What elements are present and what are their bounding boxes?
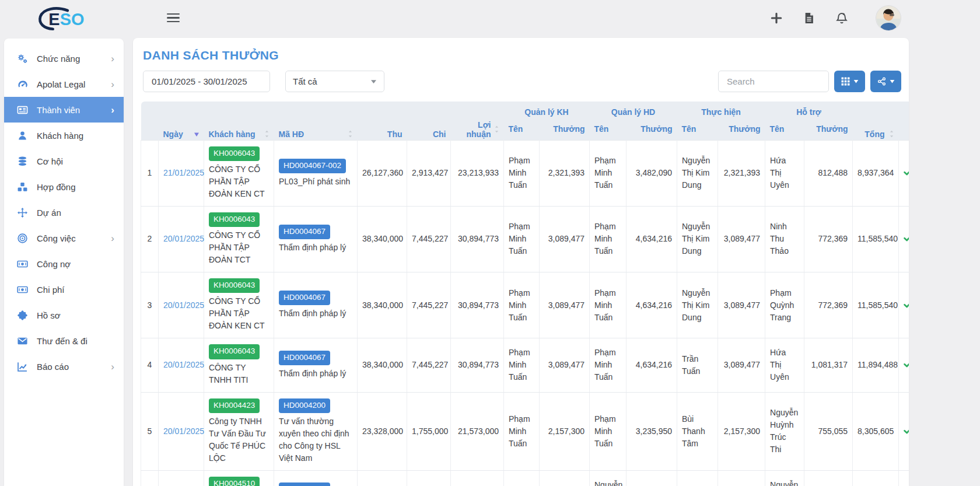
- sidebar-item-hop-dong[interactable]: Hợp đồng: [4, 174, 124, 200]
- header-qlhd-thuong[interactable]: Thưởng: [626, 118, 677, 140]
- qlkh-name: Phạm Minh Tuấn: [504, 392, 540, 470]
- sidebar-item-cong-viec[interactable]: Công việc›: [4, 225, 124, 251]
- ho-tro-bonus: 772,369: [804, 206, 853, 272]
- user-avatar[interactable]: [876, 6, 901, 30]
- date-range-value: 01/01/2025 - 30/01/2025: [152, 76, 247, 86]
- customer-code-badge[interactable]: KH0006043: [209, 278, 260, 293]
- header-loi-nhuan[interactable]: Lợi nhuận: [451, 102, 504, 140]
- header-thu[interactable]: Thu: [358, 102, 407, 140]
- sidebar-item-label: Apolat Legal: [37, 79, 111, 89]
- sidebar-item-label: Hợp đồng: [37, 182, 114, 192]
- qlhd-name: Phạm Minh Tuấn: [590, 272, 626, 338]
- contract-cell: HD0004067Thẩm định pháp lý: [274, 206, 358, 272]
- sidebar-item-label: Khách hàng: [37, 131, 114, 141]
- date-link[interactable]: 20/01/2025: [163, 300, 204, 310]
- date-cell: 20/01/2025: [159, 338, 204, 392]
- contract-name: Thẩm định pháp lý: [279, 242, 352, 254]
- loi-nhuan-value: 23,213,933: [451, 140, 504, 206]
- sidebar-item-ho-so[interactable]: Hồ sơ: [4, 302, 124, 328]
- header-ht-ten[interactable]: Tên: [765, 118, 804, 140]
- sidebar-item-chi-phi[interactable]: Chi phí: [4, 277, 124, 302]
- header-tong[interactable]: Tổng: [853, 102, 899, 140]
- sidebar-item-label: Hồ sơ: [37, 310, 114, 320]
- date-range-input[interactable]: 01/01/2025 - 30/01/2025: [143, 71, 270, 92]
- header-ngay[interactable]: Ngày: [159, 102, 204, 140]
- document-icon[interactable]: [803, 12, 816, 25]
- sidebar-item-apolat-legal[interactable]: Apolat Legal›: [4, 71, 124, 97]
- check-icon: [904, 360, 909, 369]
- qlkh-name: Phạm Minh Tuấn: [504, 206, 540, 272]
- date-cell: 20/01/2025: [159, 470, 204, 486]
- contract-code-badge[interactable]: HD0004067-002: [279, 159, 346, 173]
- sidebar-item-thu-den-di[interactable]: Thư đến & đi: [4, 328, 124, 354]
- customer-code-badge[interactable]: KH0006043: [209, 344, 260, 359]
- sidebar-item-chuc-nang[interactable]: Chức năng›: [4, 46, 124, 71]
- header-th-thuong[interactable]: Thưởng: [718, 118, 765, 140]
- header-khach-hang[interactable]: Khách hàng: [204, 102, 274, 140]
- columns-button[interactable]: [834, 71, 865, 92]
- customer-code-badge[interactable]: KH0006043: [209, 146, 260, 161]
- contract-code-badge[interactable]: HD0004067: [279, 351, 330, 365]
- row-number: 3: [141, 272, 159, 338]
- money-icon: [17, 284, 28, 295]
- date-link[interactable]: 20/01/2025: [163, 234, 204, 243]
- header-group-thuc-hien: Thực hiện: [677, 102, 765, 118]
- search-input[interactable]: [727, 76, 820, 86]
- header-qlkh-ten[interactable]: Tên: [504, 118, 540, 140]
- status-cell: [899, 206, 909, 272]
- contract-name: PL03_Phí phát sinh: [279, 176, 352, 188]
- chi-value: 7,445,227: [407, 206, 451, 272]
- type-select[interactable]: Tất cả: [285, 71, 384, 92]
- customer-code-badge[interactable]: KH0004423: [209, 398, 260, 413]
- sidebar-item-du-an[interactable]: Dự án: [4, 200, 124, 225]
- date-link[interactable]: 21/01/2025: [163, 168, 204, 177]
- chevron-right-icon: ›: [111, 233, 114, 243]
- contract-code-badge[interactable]: HD0003723: [279, 482, 330, 486]
- header-qlhd-ten[interactable]: Tên: [590, 118, 626, 140]
- header-th-ten[interactable]: Tên: [677, 118, 718, 140]
- date-link[interactable]: 20/01/2025: [163, 360, 204, 369]
- qlhd-name: Phạm Minh Tuấn: [590, 338, 626, 392]
- contract-code-badge[interactable]: HD0004200: [279, 398, 330, 413]
- contract-code-badge[interactable]: HD0004067: [279, 291, 330, 305]
- thuc-hien-name: Lê Thị Trang: [677, 470, 718, 486]
- plus-icon[interactable]: [770, 12, 783, 25]
- row-number: 1: [141, 140, 159, 206]
- ho-tro-name: Ninh Thu Thảo: [765, 206, 804, 272]
- sidebar-item-thanh-vien[interactable]: Thành viên›: [4, 97, 124, 123]
- sidebar-item-khach-hang[interactable]: Khách hàng: [4, 123, 124, 148]
- customer-code-badge[interactable]: KH0004510: [209, 477, 260, 486]
- ho-tro-name: Hứa Thị Uyên: [765, 338, 804, 392]
- contract-name: Thẩm định pháp lý: [279, 368, 352, 380]
- header-qlkh-thuong[interactable]: Thưởng: [540, 118, 590, 140]
- bell-icon[interactable]: [835, 12, 848, 25]
- tong-value: 11,585,540: [853, 272, 899, 338]
- qlkh-bonus: 0: [540, 470, 590, 486]
- menu-icon[interactable]: [167, 11, 180, 24]
- thu-value: 38,340,000: [358, 338, 407, 392]
- customer-code-badge[interactable]: KH0006043: [209, 212, 260, 227]
- contract-code-badge[interactable]: HD0004067: [279, 225, 330, 239]
- search-box: [718, 71, 829, 92]
- caret-down-icon: [853, 79, 859, 83]
- header-ht-thuong[interactable]: Thưởng: [804, 118, 853, 140]
- header-ma-hd[interactable]: Mã HĐ: [274, 102, 358, 140]
- sidebar-item-label: Chi phí: [37, 285, 114, 295]
- thu-value: 26,127,360: [358, 140, 407, 206]
- export-button[interactable]: [870, 71, 901, 92]
- date-link[interactable]: 20/01/2025: [163, 426, 204, 436]
- sidebar-item-cong-no[interactable]: Công nợ: [4, 251, 124, 277]
- flower-icon: [17, 310, 28, 321]
- date-cell: 20/01/2025: [159, 392, 204, 470]
- thuc-hien-bonus: 2,321,393: [718, 140, 765, 206]
- topbar-actions: [770, 0, 901, 36]
- sidebar-item-label: Thư đến & đi: [37, 336, 114, 346]
- table-row: 220/01/2025KH0006043CÔNG TY CỔ PHẦN TẬP …: [141, 206, 909, 272]
- sidebar-item-bao-cao[interactable]: Báo cáo›: [4, 354, 124, 379]
- user-icon: [17, 130, 28, 141]
- qlhd-bonus: 4,634,216: [626, 338, 677, 392]
- header-chi[interactable]: Chi: [407, 102, 451, 140]
- chi-value: 1,755,000: [407, 392, 451, 470]
- customer-cell: KH0006043CÔNG TY TNHH TITI: [204, 338, 274, 392]
- sidebar-item-co-hoi[interactable]: Cơ hội: [4, 148, 124, 174]
